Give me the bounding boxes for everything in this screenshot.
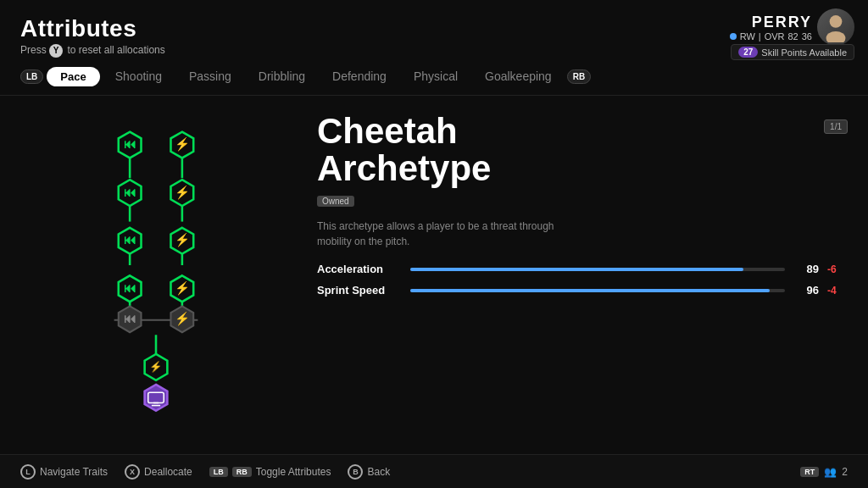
tab-defending[interactable]: Defending bbox=[320, 66, 398, 86]
lb-button-footer: LB bbox=[209, 467, 228, 477]
player-position: RW bbox=[740, 31, 755, 42]
footer-back: B Back bbox=[348, 464, 390, 480]
footer-toggle: LB RB Toggle Attributes bbox=[209, 466, 331, 478]
skill-points-count: 27 bbox=[738, 47, 758, 58]
player-ovr-value: 82 bbox=[788, 31, 798, 42]
position-dot bbox=[730, 33, 737, 40]
svg-point-1 bbox=[826, 31, 846, 42]
svg-text:⚡: ⚡ bbox=[175, 185, 190, 200]
tab-dribbling[interactable]: Dribbling bbox=[247, 66, 317, 86]
stat-value-acceleration: 89 bbox=[793, 263, 819, 275]
svg-text:⏮: ⏮ bbox=[124, 281, 136, 295]
stat-bar-sprint-speed-container bbox=[410, 289, 785, 292]
y-button: Y bbox=[49, 44, 63, 58]
tab-navigation: LB Pace Shooting Passing Dribbling Defen… bbox=[0, 58, 868, 96]
player-avatar-image bbox=[821, 12, 851, 42]
b-button: B bbox=[348, 464, 363, 480]
footer-deallocate: X Deallocate bbox=[125, 464, 192, 480]
owned-badge: Owned bbox=[317, 196, 354, 207]
archetype-description: This archetype allows a player to be a t… bbox=[317, 219, 554, 249]
tab-pace[interactable]: Pace bbox=[47, 67, 99, 86]
svg-text:⚡: ⚡ bbox=[175, 136, 190, 152]
footer-players-count: 2 bbox=[842, 466, 848, 478]
archetype-badge: 1/1 bbox=[824, 119, 848, 134]
svg-text:⚡: ⚡ bbox=[175, 280, 190, 296]
archetype-title-line1: Cheetah bbox=[317, 113, 491, 150]
svg-text:⏮: ⏮ bbox=[124, 186, 136, 199]
player-meta: RW | OVR 82 36 bbox=[730, 31, 812, 42]
svg-text:⚡: ⚡ bbox=[150, 360, 164, 374]
player-ovr-label: | bbox=[759, 31, 761, 42]
player-card: PERRY RW | OVR 82 36 bbox=[730, 8, 854, 46]
stat-row-sprint-speed: Sprint Speed 96 -4 bbox=[317, 284, 848, 297]
footer-players-icon: 👥 bbox=[824, 466, 837, 478]
footer-deallocate-label: Deallocate bbox=[144, 466, 192, 478]
svg-point-0 bbox=[830, 15, 843, 28]
player-name: PERRY bbox=[730, 14, 812, 31]
footer-navigate: L Navigate Traits bbox=[20, 464, 108, 480]
stat-bar-acceleration bbox=[410, 268, 743, 271]
footer-right: RT 👥 2 bbox=[800, 466, 848, 478]
stat-bar-sprint-speed bbox=[410, 289, 770, 292]
skill-points-badge: 27 Skill Points Available bbox=[731, 44, 854, 60]
rb-button-footer: RB bbox=[232, 467, 252, 477]
svg-text:⚡: ⚡ bbox=[175, 232, 190, 247]
rt-button: RT bbox=[800, 467, 819, 477]
subtitle: Press Y to reset all allocations bbox=[20, 44, 848, 58]
subtitle-pre: Press bbox=[20, 44, 47, 56]
l-button: L bbox=[20, 464, 36, 480]
archetype-title-line2: Archetype bbox=[317, 150, 491, 187]
stat-delta-sprint-speed: -4 bbox=[827, 285, 848, 297]
svg-text:⏮: ⏮ bbox=[124, 312, 136, 325]
player-ovr-label: OVR bbox=[765, 31, 785, 42]
footer: L Navigate Traits X Deallocate LB RB Tog… bbox=[0, 454, 868, 488]
tab-shooting[interactable]: Shooting bbox=[103, 66, 174, 86]
tab-passing[interactable]: Passing bbox=[177, 66, 243, 86]
tab-physical[interactable]: Physical bbox=[402, 66, 470, 86]
skill-points-label: Skill Points Available bbox=[761, 47, 847, 58]
rb-button[interactable]: RB bbox=[567, 69, 591, 84]
subtitle-post: to reset all allocations bbox=[67, 44, 164, 56]
svg-text:⏮: ⏮ bbox=[124, 233, 136, 247]
player-info: PERRY RW | OVR 82 36 bbox=[730, 14, 812, 42]
svg-text:⚡: ⚡ bbox=[175, 311, 190, 326]
stat-bar-acceleration-container bbox=[410, 268, 785, 271]
footer-navigate-label: Navigate Traits bbox=[40, 466, 108, 478]
svg-text:⏮: ⏮ bbox=[124, 137, 136, 151]
footer-toggle-label: Toggle Attributes bbox=[256, 466, 331, 478]
skill-tree: ⏮ ⏮ ⏮ ⏮ ⚡ ⚡ ⚡ ⚡ ⏮ bbox=[20, 104, 292, 440]
stat-label-acceleration: Acceleration bbox=[317, 263, 402, 275]
footer-back-label: Back bbox=[367, 466, 390, 478]
stat-value-sprint-speed: 96 bbox=[793, 284, 819, 297]
player-age: 36 bbox=[802, 31, 812, 42]
lb-button[interactable]: LB bbox=[20, 69, 43, 84]
player-avatar bbox=[817, 8, 854, 46]
page-title: Attributes bbox=[20, 15, 848, 42]
stat-row-acceleration: Acceleration 89 -6 bbox=[317, 263, 848, 275]
tab-goalkeeping[interactable]: Goalkeeping bbox=[473, 66, 564, 86]
stat-label-sprint-speed: Sprint Speed bbox=[317, 284, 402, 297]
archetype-info: Cheetah Archetype 1/1 Owned This archety… bbox=[317, 104, 848, 440]
main-content: ⏮ ⏮ ⏮ ⏮ ⚡ ⚡ ⚡ ⚡ ⏮ bbox=[0, 96, 868, 448]
x-button: X bbox=[125, 464, 140, 480]
stat-delta-acceleration: -6 bbox=[827, 263, 848, 275]
skill-tree-svg: ⏮ ⏮ ⏮ ⏮ ⚡ ⚡ ⚡ ⚡ ⏮ bbox=[37, 113, 275, 418]
